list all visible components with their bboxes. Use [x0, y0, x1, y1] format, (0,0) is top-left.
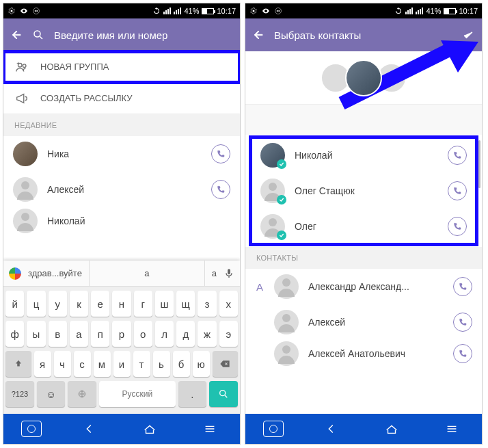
contact-row[interactable]: А Александр Александ...: [245, 269, 482, 304]
shift-key[interactable]: [5, 351, 31, 377]
key[interactable]: ш: [155, 291, 174, 317]
scrollbar[interactable]: [478, 140, 480, 188]
key[interactable]: ч: [54, 351, 71, 377]
contact-row[interactable]: Николай: [3, 207, 240, 235]
emoji-key[interactable]: ☺: [37, 381, 66, 407]
contact-row[interactable]: Олег Стащюк: [251, 173, 476, 209]
android-nav: [3, 414, 240, 444]
key[interactable]: г: [134, 291, 152, 317]
key[interactable]: т: [133, 351, 150, 377]
contact-row[interactable]: Алексей: [3, 172, 240, 207]
contact-name: Николай: [295, 150, 438, 161]
key[interactable]: ц: [27, 291, 45, 317]
sync-icon: [394, 7, 403, 15]
key[interactable]: б: [173, 351, 190, 377]
broadcast-option[interactable]: СОЗДАТЬ РАССЫЛКУ: [3, 83, 240, 114]
viber-call-icon[interactable]: [211, 144, 230, 163]
suggestion[interactable]: а: [144, 268, 149, 278]
key[interactable]: н: [112, 291, 131, 317]
key[interactable]: ю: [193, 351, 210, 377]
key[interactable]: ы: [27, 321, 45, 347]
selected-check-icon: [277, 195, 286, 205]
new-group-label: НОВАЯ ГРУППА: [40, 62, 109, 72]
teamviewer-nav-icon[interactable]: [263, 421, 284, 437]
key[interactable]: с: [74, 351, 91, 377]
viber-call-icon[interactable]: [448, 217, 467, 236]
battery-icon: [202, 8, 214, 14]
avatar[interactable]: [345, 60, 382, 96]
viber-call-icon[interactable]: [453, 313, 472, 332]
signal-icon: [405, 8, 413, 14]
viber-call-icon[interactable]: [448, 146, 467, 165]
key[interactable]: у: [49, 291, 67, 317]
svg-point-5: [21, 181, 29, 189]
teamviewer-nav-icon[interactable]: [21, 421, 42, 437]
key[interactable]: й: [5, 291, 24, 317]
back-icon[interactable]: [10, 29, 23, 41]
key[interactable]: п: [91, 321, 109, 347]
battery-text: 41%: [184, 7, 199, 15]
key[interactable]: к: [70, 291, 88, 317]
key[interactable]: я: [34, 351, 51, 377]
contact-row[interactable]: Ника: [3, 136, 240, 172]
contact-row[interactable]: Николай: [251, 137, 476, 173]
svg-point-12: [269, 218, 277, 226]
key[interactable]: а: [70, 321, 88, 347]
viber-call-icon[interactable]: [453, 344, 472, 363]
lang-key[interactable]: [68, 381, 96, 407]
suggestion[interactable]: а: [212, 268, 217, 278]
contact-row[interactable]: Олег: [251, 209, 476, 244]
recents-nav-icon[interactable]: [198, 419, 222, 438]
recents-nav-icon[interactable]: [439, 419, 464, 438]
viber-call-icon[interactable]: [448, 181, 467, 200]
key[interactable]: э: [219, 321, 238, 347]
key[interactable]: х: [219, 291, 238, 317]
search-go-key[interactable]: [209, 381, 238, 407]
back-nav-icon[interactable]: [77, 419, 102, 438]
key[interactable]: ж: [198, 321, 216, 347]
recent-header: НЕДАВНИЕ: [3, 114, 240, 136]
search-icon[interactable]: [32, 29, 44, 41]
google-icon[interactable]: [9, 267, 21, 280]
contact-row[interactable]: Алексей: [245, 304, 482, 340]
key[interactable]: о: [134, 321, 152, 347]
megaphone-icon: [14, 91, 29, 106]
key[interactable]: в: [49, 321, 67, 347]
contact-name: Николай: [47, 215, 230, 226]
viber-call-icon[interactable]: [211, 180, 230, 199]
avatar: [13, 142, 38, 166]
broadcast-label: СОЗДАТЬ РАССЫЛКУ: [40, 93, 133, 103]
key[interactable]: р: [112, 321, 131, 347]
backspace-key[interactable]: [213, 351, 239, 377]
numkey[interactable]: ?123: [5, 381, 34, 407]
avatar: [274, 274, 299, 299]
dot-key[interactable]: .: [178, 381, 207, 407]
search-placeholder[interactable]: Введите имя или номер: [54, 29, 167, 41]
back-nav-icon[interactable]: [319, 419, 344, 438]
key[interactable]: л: [155, 321, 174, 347]
key[interactable]: и: [113, 351, 131, 377]
home-nav-icon[interactable]: [137, 419, 162, 438]
key[interactable]: ь: [153, 351, 170, 377]
mic-icon[interactable]: [223, 268, 234, 279]
key[interactable]: ф: [5, 321, 24, 347]
eye-icon: [20, 7, 28, 15]
svg-point-14: [282, 314, 290, 322]
new-group-option[interactable]: НОВАЯ ГРУППА: [3, 51, 240, 83]
back-icon[interactable]: [252, 29, 265, 41]
home-nav-icon[interactable]: [379, 419, 404, 438]
key[interactable]: д: [176, 321, 195, 347]
key[interactable]: з: [198, 291, 216, 317]
svg-point-2: [34, 31, 40, 37]
selected-check-icon: [277, 159, 286, 169]
viber-call-icon[interactable]: [453, 277, 472, 296]
space-key[interactable]: Русский: [99, 381, 175, 407]
key-row-4: ?123 ☺ Русский .: [5, 381, 238, 407]
key[interactable]: е: [91, 291, 109, 317]
contact-row[interactable]: Алексей Анатольевич: [245, 340, 482, 367]
key[interactable]: м: [94, 351, 111, 377]
suggestion[interactable]: здрав...вуйте: [28, 268, 82, 278]
key[interactable]: щ: [176, 291, 195, 317]
contact-name: Алексей: [308, 317, 444, 328]
avatar: [260, 214, 285, 239]
